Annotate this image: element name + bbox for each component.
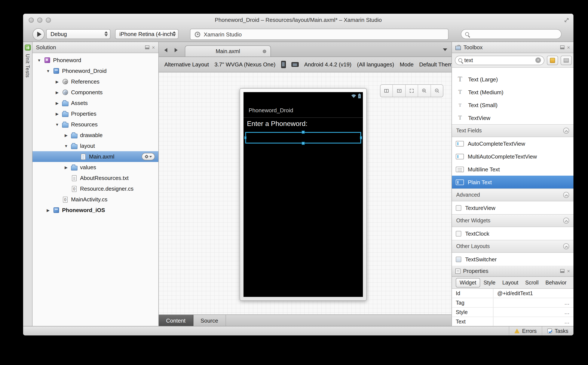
tree-item-resource-designer-cs[interactable]: Resource.designer.cs xyxy=(33,183,158,194)
categorized-view-button[interactable] xyxy=(547,56,558,65)
close-button[interactable] xyxy=(29,18,34,23)
run-button[interactable] xyxy=(33,28,45,40)
dock-pad-icon[interactable] xyxy=(560,45,564,49)
property-row-style[interactable]: Style … xyxy=(452,308,574,317)
language-dropdown[interactable]: (All languages) xyxy=(357,61,394,68)
unit-tests-icon[interactable] xyxy=(25,45,31,50)
item-options-gear-button[interactable] xyxy=(142,153,155,160)
tab-style[interactable]: Style xyxy=(480,278,499,287)
expand-triangle-icon[interactable]: ▶ xyxy=(55,90,60,94)
configuration-dropdown[interactable]: Debug xyxy=(46,29,110,39)
tree-item-main-axml[interactable]: Main.axml xyxy=(33,151,158,162)
tasks-button[interactable]: Tasks xyxy=(542,326,574,336)
expand-triangle-icon[interactable]: ▶ xyxy=(64,165,68,169)
resize-handle-right[interactable] xyxy=(360,136,362,139)
tree-item-components[interactable]: ▶Components xyxy=(33,87,158,98)
minimize-button[interactable] xyxy=(37,18,42,23)
modified-indicator-icon[interactable] xyxy=(263,49,266,53)
toolbox-item-multiline-text[interactable]: Multiline Text xyxy=(452,163,574,176)
property-more-button[interactable]: … xyxy=(564,309,574,315)
zoom-in-button[interactable] xyxy=(418,85,431,97)
toolbox-item-text-small[interactable]: Text (Small) xyxy=(452,98,574,111)
toolbox-item-text-medium[interactable]: Text (Medium) xyxy=(452,86,574,98)
property-row-tag[interactable]: Tag … xyxy=(452,298,574,308)
toolbox-section-advanced[interactable]: Advanced xyxy=(452,189,574,201)
fullscreen-button[interactable] xyxy=(406,85,418,97)
close-pad-icon[interactable]: × xyxy=(567,45,570,49)
collapse-triangle-icon[interactable]: ▼ xyxy=(46,69,50,73)
expand-triangle-icon[interactable]: ▶ xyxy=(55,112,60,116)
portrait-orientation-icon[interactable] xyxy=(281,61,286,68)
toolbox-item-text-large[interactable]: Text (Large) xyxy=(452,73,574,86)
navigate-forward-button[interactable] xyxy=(172,47,179,53)
collapse-section-icon[interactable] xyxy=(563,243,569,249)
close-pad-icon[interactable]: × xyxy=(152,45,155,49)
zoom-out-button[interactable] xyxy=(431,85,443,97)
tree-item-phoneword-droid[interactable]: ▼Phoneword_Droid xyxy=(33,66,158,76)
toolbox-item-autocompletetextview[interactable]: AutoCompleteTextView xyxy=(452,137,574,150)
toolbox-item-multiautocompletetextview[interactable]: MultiAutoCompleteTextView xyxy=(452,150,574,163)
tree-item-values[interactable]: ▶values xyxy=(33,162,158,173)
toolbox-item-textclock[interactable]: TextClock xyxy=(452,227,574,240)
toolbox-section-other-widgets[interactable]: Other Widgets xyxy=(452,214,574,227)
tree-item-phoneword-ios[interactable]: ▶Phoneword_iOS xyxy=(33,205,158,216)
dock-pad-icon[interactable] xyxy=(145,45,149,49)
resize-handle-left[interactable] xyxy=(244,136,246,139)
tree-item-properties[interactable]: ▶Properties xyxy=(33,108,158,119)
collapse-section-icon[interactable] xyxy=(563,192,569,198)
toolbox-search-input[interactable] xyxy=(464,57,533,63)
tree-item-mainactivity-cs[interactable]: MainActivity.cs xyxy=(33,194,158,205)
global-search[interactable] xyxy=(461,29,561,39)
tree-item-resources[interactable]: ▼Resources xyxy=(33,119,158,130)
compact-view-button[interactable] xyxy=(561,56,572,65)
collapse-triangle-icon[interactable]: ▼ xyxy=(55,122,60,126)
resize-handle-bottom[interactable] xyxy=(302,142,304,145)
landscape-orientation-icon[interactable] xyxy=(291,62,298,67)
expand-triangle-icon[interactable]: ▶ xyxy=(55,101,60,105)
tab-list-dropdown-icon[interactable] xyxy=(443,49,447,51)
tree-item-aboutresources-txt[interactable]: AboutResources.txt xyxy=(33,173,158,183)
expand-triangle-icon[interactable]: ▶ xyxy=(46,208,50,212)
tab-source[interactable]: Source xyxy=(193,315,226,326)
toolbox-item-textureview[interactable]: TextureView xyxy=(452,201,574,214)
property-value[interactable]: @+id/editText1 xyxy=(493,290,574,296)
property-row-id[interactable]: Id @+id/editText1 xyxy=(452,289,574,298)
expand-triangle-icon[interactable]: ▶ xyxy=(55,79,60,84)
tab-layout[interactable]: Layout xyxy=(499,278,522,287)
tree-item-layout[interactable]: ▼layout xyxy=(33,140,158,151)
search-input[interactable] xyxy=(472,31,557,37)
clear-search-button[interactable]: × xyxy=(535,57,541,63)
toolbox-section-other-layouts[interactable]: Other Layouts xyxy=(452,240,574,253)
device-screen[interactable]: Phoneword_Droid Enter a Phoneword: xyxy=(243,92,363,297)
toolbox-section-text-fields[interactable]: Text Fields xyxy=(452,124,574,137)
toolbox-search-field[interactable]: × xyxy=(455,56,544,65)
tree-item-phoneword[interactable]: ▼Phoneword xyxy=(33,55,158,66)
toolbox-item-textswitcher[interactable]: TextSwitcher xyxy=(452,253,574,266)
dock-pad-icon[interactable] xyxy=(560,269,564,273)
tab-scroll[interactable]: Scroll xyxy=(522,278,542,287)
toolbox-item-textview[interactable]: TextView xyxy=(452,111,574,124)
mode-dropdown[interactable]: Mode xyxy=(400,61,414,68)
navigate-back-button[interactable] xyxy=(162,47,169,53)
tab-behavior[interactable]: Behavior xyxy=(542,278,570,287)
tree-item-drawable[interactable]: ▶drawable xyxy=(33,130,158,140)
expand-triangle-icon[interactable]: ▶ xyxy=(64,133,68,137)
property-more-button[interactable]: … xyxy=(564,318,574,324)
selected-edittext[interactable] xyxy=(245,132,361,144)
collapse-triangle-icon[interactable]: ▼ xyxy=(64,144,68,148)
device-dropdown[interactable]: iPhone Retina (4-inch xyxy=(115,29,178,39)
toolbox-item-plain-text[interactable]: Plain Text xyxy=(452,176,574,189)
resize-handle-top[interactable] xyxy=(302,131,304,134)
tree-item-references[interactable]: ▶References xyxy=(33,76,158,87)
actual-size-button[interactable] xyxy=(393,85,406,97)
theme-dropdown[interactable]: Default Theme xyxy=(419,61,452,68)
tab-widget[interactable]: Widget xyxy=(456,278,480,287)
collapse-section-icon[interactable] xyxy=(563,218,569,224)
prompt-textview[interactable]: Enter a Phoneword: xyxy=(247,120,307,128)
alternative-layout-button[interactable]: Alternative Layout xyxy=(164,61,209,68)
property-row-text[interactable]: Text … xyxy=(452,317,574,326)
zoom-button[interactable] xyxy=(46,18,51,23)
collapse-section-icon[interactable] xyxy=(563,128,569,134)
design-surface[interactable]: Phoneword_Droid Enter a Phoneword: xyxy=(159,72,452,315)
collapse-triangle-icon[interactable]: ▼ xyxy=(37,58,41,62)
